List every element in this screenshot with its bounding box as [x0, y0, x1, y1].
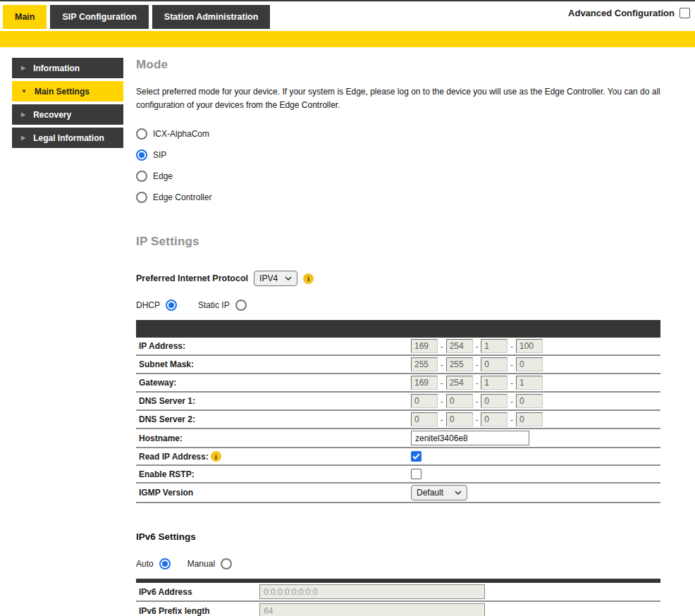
dhcp-static-row: DHCP Static IP: [136, 300, 680, 311]
sidebar-item-legal-information[interactable]: ▶ Legal Information: [12, 128, 123, 148]
dhcp-label: DHCP: [136, 300, 160, 310]
ipv6-settings-title: IPv6 Settings: [136, 531, 680, 542]
radio-icx-alphacom[interactable]: [136, 128, 147, 140]
table-row-subnet-mask: Subnet Mask: - - -: [136, 356, 660, 374]
mode-option-edge: Edge: [136, 166, 680, 187]
sidebar-item-recovery[interactable]: ▶ Recovery: [12, 104, 123, 125]
sidebar-item-main-settings[interactable]: ▼ Main Settings: [12, 81, 123, 101]
chevron-right-icon: ▶: [21, 65, 25, 71]
dns1-octet-1[interactable]: [411, 394, 438, 408]
preferred-protocol-label: Preferred Internet Protocol: [136, 273, 248, 283]
dns1-octet-3[interactable]: [481, 394, 508, 408]
dns2-octet-1[interactable]: [411, 412, 438, 426]
enable-rstp-checkbox[interactable]: [411, 469, 422, 479]
gateway-octet-3[interactable]: [481, 376, 508, 390]
table-row-ipv6-address: IPv6 Address: [136, 583, 660, 602]
table-row-ipv6-prefix-length: IPv6 Prefix length: [136, 602, 660, 616]
radio-sip[interactable]: [136, 149, 147, 161]
subnet-mask-octet-4[interactable]: [516, 357, 543, 371]
table-row-dns-server-1: DNS Server 1: - - -: [136, 393, 660, 411]
subnet-mask-octet-2[interactable]: [446, 357, 473, 371]
check-icon: [412, 453, 420, 460]
advanced-configuration-checkbox[interactable]: [679, 8, 690, 18]
dns1-octet-4[interactable]: [516, 394, 543, 408]
static-ip-label: Static IP: [198, 300, 230, 310]
subnet-mask-octet-1[interactable]: [411, 357, 438, 371]
manual-label: Manual: [187, 559, 215, 569]
table-row-igmp-version: IGMP Version Default: [136, 483, 660, 503]
tab-station-administration[interactable]: Station Administration: [152, 5, 271, 29]
info-icon[interactable]: i: [303, 273, 314, 284]
mode-title: Mode: [136, 58, 680, 72]
ip-address-octet-3[interactable]: [481, 339, 508, 353]
ipv6-address-input[interactable]: [259, 584, 485, 599]
subnet-mask-octet-3[interactable]: [481, 357, 508, 371]
gateway-octet-4[interactable]: [516, 376, 543, 390]
table-row-hostname: Hostname:: [136, 429, 660, 448]
table-row-ip-address: IP Address: - - -: [136, 338, 660, 356]
auto-manual-row: Auto Manual: [136, 558, 680, 569]
mode-description: Select preferred mode for your device. I…: [136, 85, 680, 111]
dns2-octet-3[interactable]: [481, 412, 508, 426]
read-ip-address-checkbox[interactable]: [411, 451, 422, 462]
main-content: Mode Select preferred mode for your devi…: [123, 58, 695, 616]
radio-manual[interactable]: [221, 558, 232, 569]
radio-edge-controller[interactable]: [136, 192, 147, 203]
accent-band: [0, 31, 695, 47]
tab-sip-configuration[interactable]: SIP Configuration: [50, 5, 148, 29]
gateway-octet-1[interactable]: [411, 376, 438, 390]
sidebar-item-information[interactable]: ▶ Information: [12, 58, 123, 78]
chevron-down-icon: [285, 276, 292, 281]
mode-option-edge-controller: Edge Controller: [136, 187, 680, 208]
chevron-right-icon: ▶: [21, 135, 25, 141]
header: Main SIP Configuration Station Administr…: [0, 1, 695, 30]
sidebar: ▶ Information ▼ Main Settings ▶ Recovery…: [12, 58, 123, 616]
dns2-octet-4[interactable]: [516, 412, 543, 426]
table-row-gateway: Gateway: - - -: [136, 374, 660, 393]
tab-main[interactable]: Main: [3, 5, 47, 29]
table-row-read-ip-address: Read IP Address: i: [136, 448, 660, 466]
table-row-dns-server-2: DNS Server 2: - - -: [136, 411, 660, 429]
hostname-input[interactable]: [411, 431, 529, 445]
chevron-right-icon: ▶: [21, 111, 25, 118]
ip-address-octet-4[interactable]: [516, 339, 543, 353]
advanced-configuration: Advanced Configuration: [568, 8, 690, 18]
advanced-configuration-label: Advanced Configuration: [568, 8, 675, 18]
ipv6-table: IPv6 Address IPv6 Prefix length IPv6 DNS…: [136, 579, 660, 616]
ipv4-table-header: [136, 320, 660, 338]
table-row-enable-rstp: Enable RSTP:: [136, 466, 660, 483]
radio-auto[interactable]: [159, 558, 171, 569]
radio-dhcp[interactable]: [166, 300, 177, 311]
auto-label: Auto: [136, 559, 154, 569]
ip-address-octet-2[interactable]: [446, 339, 473, 353]
radio-edge[interactable]: [136, 171, 147, 182]
gateway-octet-2[interactable]: [446, 376, 473, 390]
preferred-protocol-row: Preferred Internet Protocol IPV4 i: [136, 271, 680, 286]
mode-option-icx-alphacom: ICX-AlphaCom: [136, 123, 680, 144]
ip-settings-title: IP Settings: [136, 235, 680, 249]
ip-address-octet-1[interactable]: [411, 339, 438, 353]
ipv6-prefix-length-input[interactable]: [259, 603, 485, 616]
preferred-protocol-select[interactable]: IPV4: [254, 271, 297, 286]
mode-options: ICX-AlphaCom SIP Edge Edge Controller: [136, 123, 680, 208]
dns2-octet-2[interactable]: [446, 412, 473, 426]
igmp-version-select[interactable]: Default: [411, 485, 467, 500]
info-icon[interactable]: i: [211, 451, 221, 462]
chevron-down-icon: [455, 491, 462, 495]
chevron-down-icon: ▼: [21, 88, 27, 94]
radio-static-ip[interactable]: [235, 300, 247, 311]
dns1-octet-2[interactable]: [446, 394, 473, 408]
ipv4-table: IP Address: - - - Subnet Mask: - -: [136, 320, 660, 503]
mode-option-sip: SIP: [136, 144, 680, 166]
